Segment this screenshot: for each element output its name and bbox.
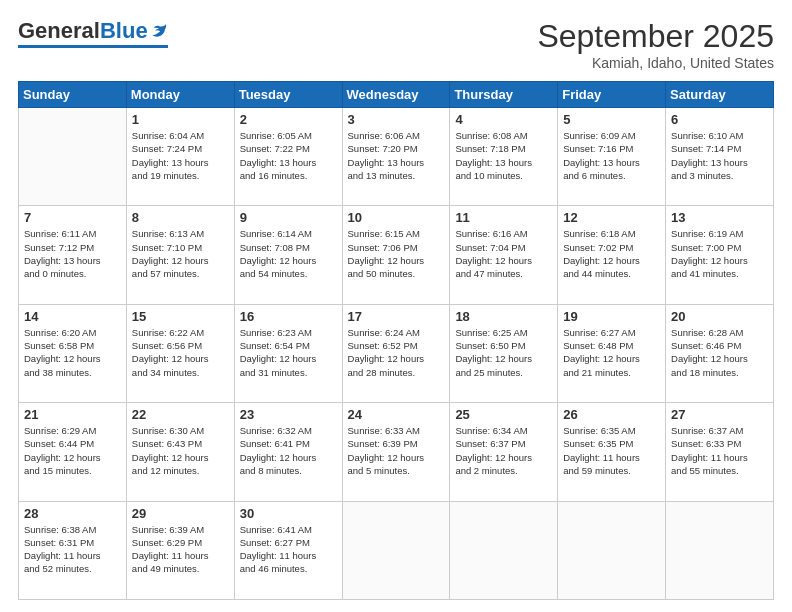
calendar-cell: 10Sunrise: 6:15 AM Sunset: 7:06 PM Dayli… (342, 206, 450, 304)
calendar-cell: 27Sunrise: 6:37 AM Sunset: 6:33 PM Dayli… (666, 403, 774, 501)
location: Kamiah, Idaho, United States (537, 55, 774, 71)
weekday-header-row: Sunday Monday Tuesday Wednesday Thursday… (19, 82, 774, 108)
day-number: 5 (563, 112, 660, 127)
day-detail: Sunrise: 6:38 AM Sunset: 6:31 PM Dayligh… (24, 523, 121, 576)
calendar-cell: 4Sunrise: 6:08 AM Sunset: 7:18 PM Daylig… (450, 108, 558, 206)
day-number: 11 (455, 210, 552, 225)
day-detail: Sunrise: 6:39 AM Sunset: 6:29 PM Dayligh… (132, 523, 229, 576)
day-number: 24 (348, 407, 445, 422)
day-detail: Sunrise: 6:32 AM Sunset: 6:41 PM Dayligh… (240, 424, 337, 477)
day-detail: Sunrise: 6:30 AM Sunset: 6:43 PM Dayligh… (132, 424, 229, 477)
day-detail: Sunrise: 6:11 AM Sunset: 7:12 PM Dayligh… (24, 227, 121, 280)
day-detail: Sunrise: 6:14 AM Sunset: 7:08 PM Dayligh… (240, 227, 337, 280)
calendar-cell: 25Sunrise: 6:34 AM Sunset: 6:37 PM Dayli… (450, 403, 558, 501)
day-detail: Sunrise: 6:08 AM Sunset: 7:18 PM Dayligh… (455, 129, 552, 182)
calendar-cell (19, 108, 127, 206)
day-detail: Sunrise: 6:10 AM Sunset: 7:14 PM Dayligh… (671, 129, 768, 182)
day-detail: Sunrise: 6:24 AM Sunset: 6:52 PM Dayligh… (348, 326, 445, 379)
week-row-3: 14Sunrise: 6:20 AM Sunset: 6:58 PM Dayli… (19, 304, 774, 402)
header-friday: Friday (558, 82, 666, 108)
calendar-cell: 17Sunrise: 6:24 AM Sunset: 6:52 PM Dayli… (342, 304, 450, 402)
day-number: 2 (240, 112, 337, 127)
month-title: September 2025 (537, 18, 774, 55)
week-row-5: 28Sunrise: 6:38 AM Sunset: 6:31 PM Dayli… (19, 501, 774, 599)
day-detail: Sunrise: 6:19 AM Sunset: 7:00 PM Dayligh… (671, 227, 768, 280)
day-number: 1 (132, 112, 229, 127)
day-detail: Sunrise: 6:35 AM Sunset: 6:35 PM Dayligh… (563, 424, 660, 477)
day-detail: Sunrise: 6:37 AM Sunset: 6:33 PM Dayligh… (671, 424, 768, 477)
day-detail: Sunrise: 6:34 AM Sunset: 6:37 PM Dayligh… (455, 424, 552, 477)
calendar-cell: 18Sunrise: 6:25 AM Sunset: 6:50 PM Dayli… (450, 304, 558, 402)
logo-underline (18, 45, 168, 48)
calendar-cell: 9Sunrise: 6:14 AM Sunset: 7:08 PM Daylig… (234, 206, 342, 304)
day-detail: Sunrise: 6:13 AM Sunset: 7:10 PM Dayligh… (132, 227, 229, 280)
day-number: 21 (24, 407, 121, 422)
day-number: 20 (671, 309, 768, 324)
header: GeneralBlue September 2025 Kamiah, Idaho… (18, 18, 774, 71)
calendar-cell: 24Sunrise: 6:33 AM Sunset: 6:39 PM Dayli… (342, 403, 450, 501)
day-number: 7 (24, 210, 121, 225)
header-saturday: Saturday (666, 82, 774, 108)
day-number: 4 (455, 112, 552, 127)
day-detail: Sunrise: 6:16 AM Sunset: 7:04 PM Dayligh… (455, 227, 552, 280)
calendar-cell: 11Sunrise: 6:16 AM Sunset: 7:04 PM Dayli… (450, 206, 558, 304)
logo-text: GeneralBlue (18, 18, 168, 44)
calendar-cell: 3Sunrise: 6:06 AM Sunset: 7:20 PM Daylig… (342, 108, 450, 206)
calendar-cell: 29Sunrise: 6:39 AM Sunset: 6:29 PM Dayli… (126, 501, 234, 599)
calendar-cell: 14Sunrise: 6:20 AM Sunset: 6:58 PM Dayli… (19, 304, 127, 402)
day-detail: Sunrise: 6:18 AM Sunset: 7:02 PM Dayligh… (563, 227, 660, 280)
day-number: 28 (24, 506, 121, 521)
calendar-cell: 8Sunrise: 6:13 AM Sunset: 7:10 PM Daylig… (126, 206, 234, 304)
calendar-cell: 21Sunrise: 6:29 AM Sunset: 6:44 PM Dayli… (19, 403, 127, 501)
day-detail: Sunrise: 6:20 AM Sunset: 6:58 PM Dayligh… (24, 326, 121, 379)
day-detail: Sunrise: 6:06 AM Sunset: 7:20 PM Dayligh… (348, 129, 445, 182)
day-number: 19 (563, 309, 660, 324)
calendar-cell (558, 501, 666, 599)
day-number: 3 (348, 112, 445, 127)
day-detail: Sunrise: 6:22 AM Sunset: 6:56 PM Dayligh… (132, 326, 229, 379)
calendar-cell (342, 501, 450, 599)
header-thursday: Thursday (450, 82, 558, 108)
header-monday: Monday (126, 82, 234, 108)
calendar-cell: 5Sunrise: 6:09 AM Sunset: 7:16 PM Daylig… (558, 108, 666, 206)
calendar-cell: 20Sunrise: 6:28 AM Sunset: 6:46 PM Dayli… (666, 304, 774, 402)
day-detail: Sunrise: 6:15 AM Sunset: 7:06 PM Dayligh… (348, 227, 445, 280)
calendar-cell: 7Sunrise: 6:11 AM Sunset: 7:12 PM Daylig… (19, 206, 127, 304)
calendar-cell: 2Sunrise: 6:05 AM Sunset: 7:22 PM Daylig… (234, 108, 342, 206)
calendar-cell: 26Sunrise: 6:35 AM Sunset: 6:35 PM Dayli… (558, 403, 666, 501)
calendar-cell: 22Sunrise: 6:30 AM Sunset: 6:43 PM Dayli… (126, 403, 234, 501)
day-number: 18 (455, 309, 552, 324)
day-number: 12 (563, 210, 660, 225)
day-number: 6 (671, 112, 768, 127)
title-area: September 2025 Kamiah, Idaho, United Sta… (537, 18, 774, 71)
day-number: 14 (24, 309, 121, 324)
day-detail: Sunrise: 6:29 AM Sunset: 6:44 PM Dayligh… (24, 424, 121, 477)
day-number: 30 (240, 506, 337, 521)
calendar-cell: 1Sunrise: 6:04 AM Sunset: 7:24 PM Daylig… (126, 108, 234, 206)
day-detail: Sunrise: 6:27 AM Sunset: 6:48 PM Dayligh… (563, 326, 660, 379)
calendar-cell: 19Sunrise: 6:27 AM Sunset: 6:48 PM Dayli… (558, 304, 666, 402)
calendar-cell (666, 501, 774, 599)
day-number: 17 (348, 309, 445, 324)
calendar-cell: 13Sunrise: 6:19 AM Sunset: 7:00 PM Dayli… (666, 206, 774, 304)
calendar: Sunday Monday Tuesday Wednesday Thursday… (18, 81, 774, 600)
week-row-2: 7Sunrise: 6:11 AM Sunset: 7:12 PM Daylig… (19, 206, 774, 304)
day-detail: Sunrise: 6:23 AM Sunset: 6:54 PM Dayligh… (240, 326, 337, 379)
header-wednesday: Wednesday (342, 82, 450, 108)
day-number: 27 (671, 407, 768, 422)
page: GeneralBlue September 2025 Kamiah, Idaho… (0, 0, 792, 612)
day-number: 15 (132, 309, 229, 324)
day-number: 16 (240, 309, 337, 324)
day-detail: Sunrise: 6:05 AM Sunset: 7:22 PM Dayligh… (240, 129, 337, 182)
logo-general: General (18, 18, 100, 44)
day-number: 23 (240, 407, 337, 422)
day-number: 10 (348, 210, 445, 225)
day-detail: Sunrise: 6:09 AM Sunset: 7:16 PM Dayligh… (563, 129, 660, 182)
calendar-cell: 30Sunrise: 6:41 AM Sunset: 6:27 PM Dayli… (234, 501, 342, 599)
calendar-cell: 23Sunrise: 6:32 AM Sunset: 6:41 PM Dayli… (234, 403, 342, 501)
day-detail: Sunrise: 6:41 AM Sunset: 6:27 PM Dayligh… (240, 523, 337, 576)
logo: GeneralBlue (18, 18, 168, 48)
header-sunday: Sunday (19, 82, 127, 108)
day-detail: Sunrise: 6:33 AM Sunset: 6:39 PM Dayligh… (348, 424, 445, 477)
calendar-cell (450, 501, 558, 599)
